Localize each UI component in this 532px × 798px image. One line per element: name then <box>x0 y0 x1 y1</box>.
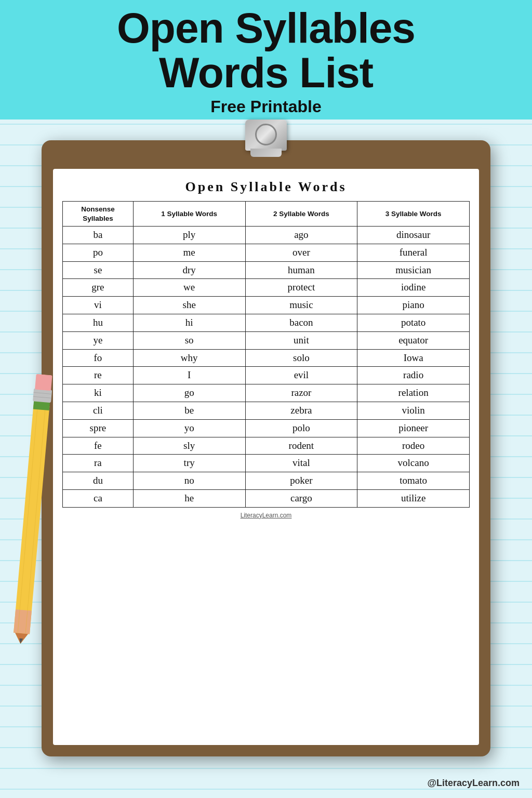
cell-r8-c1: I <box>133 367 245 384</box>
cell-r10-c3: violin <box>357 402 470 420</box>
cell-r11-c0: spre <box>63 419 134 437</box>
cell-r0-c0: ba <box>63 227 134 244</box>
cell-r6-c0: ye <box>63 331 134 349</box>
cell-r6-c3: equator <box>357 331 470 349</box>
cell-r14-c1: no <box>133 472 245 490</box>
cell-r4-c1: she <box>133 297 245 314</box>
word-table: NonsenseSyllables 1 Syllable Words 2 Syl… <box>62 201 470 508</box>
cell-r10-c1: be <box>133 402 245 420</box>
cell-r6-c1: so <box>133 331 245 349</box>
cell-r2-c0: se <box>63 261 134 279</box>
cell-r11-c2: polo <box>245 419 357 437</box>
cell-r0-c3: dinosaur <box>357 227 470 244</box>
table-row: baplyagodinosaur <box>63 227 470 244</box>
subtitle: Free Printable <box>210 97 321 116</box>
cell-r8-c2: evil <box>245 367 357 384</box>
table-row: spreyopolopioneer <box>63 419 470 437</box>
table-row: huhibaconpotato <box>63 314 470 332</box>
cell-r7-c2: solo <box>245 349 357 367</box>
cell-r3-c0: gre <box>63 279 134 297</box>
website-credit: LiteracyLearn.com <box>62 512 470 519</box>
table-row: vishemusicpiano <box>63 297 470 314</box>
cell-r7-c3: Iowa <box>357 349 470 367</box>
table-row: clibezebraviolin <box>63 402 470 420</box>
paper-title: Open Syllable Words <box>62 179 470 195</box>
cell-r14-c0: du <box>63 472 134 490</box>
cell-r10-c0: cli <box>63 402 134 420</box>
cell-r8-c0: re <box>63 367 134 384</box>
table-row: kigorazorrelation <box>63 384 470 402</box>
cell-r2-c1: dry <box>133 261 245 279</box>
cell-r1-c2: over <box>245 244 357 261</box>
cell-r5-c1: hi <box>133 314 245 332</box>
cell-r6-c2: unit <box>245 331 357 349</box>
cell-r14-c3: tomato <box>357 472 470 490</box>
table-header-row: NonsenseSyllables 1 Syllable Words 2 Syl… <box>63 202 470 227</box>
col-header-3syl: 3 Syllable Words <box>357 202 470 227</box>
cell-r9-c0: ki <box>63 384 134 402</box>
table-row: cahecargoutilize <box>63 490 470 508</box>
cell-r1-c0: po <box>63 244 134 261</box>
cell-r12-c0: fe <box>63 437 134 455</box>
top-banner: Open Syllables Words List Free Printable <box>0 0 532 119</box>
cell-r11-c1: yo <box>133 419 245 437</box>
table-row: ratryvitalvolcano <box>63 455 470 472</box>
cell-r5-c2: bacon <box>245 314 357 332</box>
cell-r12-c2: rodent <box>245 437 357 455</box>
cell-r15-c2: cargo <box>245 490 357 508</box>
main-title: Open Syllables Words List <box>117 6 415 95</box>
cell-r3-c1: we <box>133 279 245 297</box>
cell-r7-c0: fo <box>63 349 134 367</box>
cell-r15-c3: utilize <box>357 490 470 508</box>
svg-rect-8 <box>35 374 52 391</box>
table-row: fowhysoloIowa <box>63 349 470 367</box>
cell-r11-c3: pioneer <box>357 419 470 437</box>
col-header-2syl: 2 Syllable Words <box>245 202 357 227</box>
clipboard-wrapper: Open Syllable Words NonsenseSyllables 1 … <box>42 125 490 756</box>
cell-r0-c1: ply <box>133 227 245 244</box>
cell-r2-c2: human <box>245 261 357 279</box>
cell-r1-c3: funeral <box>357 244 470 261</box>
clipboard-paper: Open Syllable Words NonsenseSyllables 1 … <box>53 169 479 745</box>
title-line2: Words List <box>159 49 373 96</box>
cell-r13-c0: ra <box>63 455 134 472</box>
title-line1: Open Syllables <box>117 4 415 51</box>
cell-r4-c0: vi <box>63 297 134 314</box>
cell-r9-c2: razor <box>245 384 357 402</box>
cell-r12-c3: rodeo <box>357 437 470 455</box>
table-row: feslyrodentrodeo <box>63 437 470 455</box>
cell-r3-c2: protect <box>245 279 357 297</box>
table-row: sedryhumanmusician <box>63 261 470 279</box>
table-row: dunopokertomato <box>63 472 470 490</box>
attribution: @LiteracyLearn.com <box>427 778 520 789</box>
table-row: pomeoverfuneral <box>63 244 470 261</box>
cell-r8-c3: radio <box>357 367 470 384</box>
cell-r10-c2: zebra <box>245 402 357 420</box>
cell-r4-c3: piano <box>357 297 470 314</box>
cell-r5-c3: potato <box>357 314 470 332</box>
cell-r13-c1: try <box>133 455 245 472</box>
col-header-1syl: 1 Syllable Words <box>133 202 245 227</box>
table-row: greweprotectiodine <box>63 279 470 297</box>
cell-r3-c3: iodine <box>357 279 470 297</box>
svg-rect-1 <box>14 609 32 634</box>
cell-r12-c1: sly <box>133 437 245 455</box>
cell-r7-c1: why <box>133 349 245 367</box>
clipboard-board: Open Syllable Words NonsenseSyllables 1 … <box>42 140 490 756</box>
cell-r0-c2: ago <box>245 227 357 244</box>
cell-r15-c1: he <box>133 490 245 508</box>
cell-r5-c0: hu <box>63 314 134 332</box>
table-row: reIevilradio <box>63 367 470 384</box>
cell-r2-c3: musician <box>357 261 470 279</box>
table-row: yesounitequator <box>63 331 470 349</box>
cell-r9-c1: go <box>133 384 245 402</box>
cell-r1-c1: me <box>133 244 245 261</box>
cell-r15-c0: ca <box>63 490 134 508</box>
cell-r13-c2: vital <box>245 455 357 472</box>
cell-r14-c2: poker <box>245 472 357 490</box>
cell-r13-c3: volcano <box>357 455 470 472</box>
clipboard-clip <box>245 119 287 151</box>
col-header-nonsense: NonsenseSyllables <box>63 202 134 227</box>
cell-r4-c2: music <box>245 297 357 314</box>
cell-r9-c3: relation <box>357 384 470 402</box>
